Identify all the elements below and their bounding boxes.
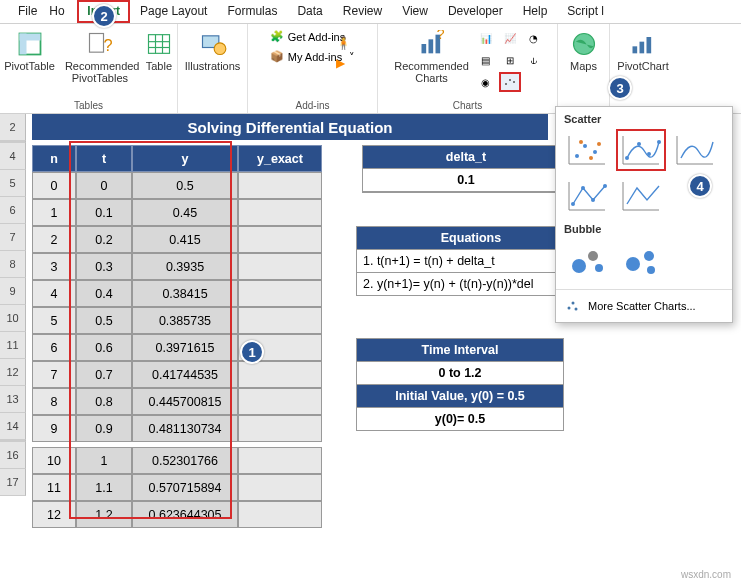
title-cell[interactable]: Solving Differential Equation [32,114,548,140]
row-header[interactable]: 14 [0,413,26,440]
cell-yexact[interactable] [238,226,322,253]
row-header[interactable]: 6 [0,197,26,224]
equation-1[interactable]: 1. t(n+1) = t(n) + delta_t [357,250,585,273]
cell-n[interactable]: 6 [32,334,76,361]
scatter-chart-button[interactable] [499,72,521,92]
scatter-chart-dropdown[interactable]: Scatter Bubble More Scatter Charts... [555,106,733,323]
header-n[interactable]: n [32,145,76,172]
cell-n[interactable]: 11 [32,474,76,501]
row-header[interactable]: 7 [0,224,26,251]
scatter-straight-lines-option[interactable] [616,175,666,217]
cell-yexact[interactable] [238,474,322,501]
line-chart-button[interactable]: 📈 [499,28,521,48]
cell-y[interactable]: 0.3971615 [132,334,238,361]
maps-button[interactable]: Maps [568,28,600,74]
delta-t-header[interactable]: delta_t [363,146,569,169]
cell-t[interactable]: 0.3 [76,253,132,280]
cell-t[interactable]: 0.2 [76,226,132,253]
cell-yexact[interactable] [238,199,322,226]
initial-value-header[interactable]: Initial Value, y(0) = 0.5 [357,385,563,408]
cell-t[interactable]: 0.4 [76,280,132,307]
scatter-smooth-lines-option[interactable] [670,129,720,171]
equation-2[interactable]: 2. y(n+1)= y(n) + (t(n)-y(n))*del [357,273,585,295]
cell-y[interactable]: 0.41744535 [132,361,238,388]
cell-t[interactable]: 0.5 [76,307,132,334]
cell-yexact[interactable] [238,253,322,280]
more-scatter-charts-button[interactable]: More Scatter Charts... [556,290,732,316]
cell-t[interactable]: 1 [76,447,132,474]
statistic-chart-button[interactable]: ⊞ [499,50,521,70]
tab-page-layout[interactable]: Page Layout [130,0,217,23]
cell-t[interactable]: 0.1 [76,199,132,226]
cell-t[interactable]: 0.9 [76,415,132,442]
scatter-smooth-lines-markers-option[interactable] [616,129,666,171]
initial-value[interactable]: y(0)= 0.5 [357,408,563,430]
cell-n[interactable]: 3 [32,253,76,280]
map-chart-button[interactable]: ◉ [475,72,497,92]
row-header[interactable]: 17 [0,469,26,496]
header-t[interactable]: t [76,145,132,172]
recommended-charts-button[interactable]: ? Recommended Charts [391,28,473,86]
tab-home[interactable]: Ho [47,0,77,23]
row-header[interactable]: 2 [0,114,26,141]
cell-n[interactable]: 10 [32,447,76,474]
cell-yexact[interactable] [238,501,322,528]
tab-formulas[interactable]: Formulas [217,0,287,23]
header-y[interactable]: y [132,145,238,172]
combo-chart-button[interactable]: ⫝ [523,50,545,70]
cell-y[interactable]: 0.3935 [132,253,238,280]
cell-n[interactable]: 9 [32,415,76,442]
time-interval-header[interactable]: Time Interval [357,339,563,362]
cell-t[interactable]: 0 [76,172,132,199]
hierarchy-chart-button[interactable]: ▤ [475,50,497,70]
cell-yexact[interactable] [238,361,322,388]
row-header[interactable]: 16 [0,442,26,469]
column-chart-button[interactable]: 📊 [475,28,497,48]
cell-n[interactable]: 4 [32,280,76,307]
cell-y[interactable]: 0.385735 [132,307,238,334]
cell-yexact[interactable] [238,388,322,415]
bubble-3d-option[interactable] [616,239,666,281]
cell-yexact[interactable] [238,447,322,474]
bubble-option[interactable] [562,239,612,281]
cell-n[interactable]: 5 [32,307,76,334]
table-button[interactable]: Table [143,28,175,74]
tab-help[interactable]: Help [513,0,558,23]
cell-y[interactable]: 0.570715894 [132,474,238,501]
row-header[interactable]: 12 [0,359,26,386]
cell-n[interactable]: 7 [32,361,76,388]
scatter-straight-lines-markers-option[interactable] [562,175,612,217]
row-header[interactable]: 13 [0,386,26,413]
cell-yexact[interactable] [238,307,322,334]
row-header[interactable]: 9 [0,278,26,305]
illustrations-button[interactable]: Illustrations [183,28,243,74]
scatter-option[interactable] [562,129,612,171]
cell-yexact[interactable] [238,280,322,307]
cell-t[interactable]: 0.8 [76,388,132,415]
cell-y[interactable]: 0.5 [132,172,238,199]
cell-t[interactable]: 0.6 [76,334,132,361]
row-header[interactable]: 4 [0,143,26,170]
cell-t[interactable]: 1.2 [76,501,132,528]
tab-file[interactable]: File [8,0,47,23]
cell-n[interactable]: 12 [32,501,76,528]
cell-yexact[interactable] [238,415,322,442]
cell-y[interactable]: 0.45 [132,199,238,226]
tab-view[interactable]: View [392,0,438,23]
tab-script[interactable]: Script l [557,0,614,23]
cell-n[interactable]: 0 [32,172,76,199]
pie-chart-button[interactable]: ◔ [523,28,545,48]
cell-y[interactable]: 0.445700815 [132,388,238,415]
cell-y[interactable]: 0.38415 [132,280,238,307]
cell-yexact[interactable] [238,172,322,199]
cell-y[interactable]: 0.415 [132,226,238,253]
delta-t-value[interactable]: 0.1 [363,169,569,192]
people-graph-icon[interactable]: 🧍 [336,36,351,50]
row-header[interactable]: 5 [0,170,26,197]
cell-y[interactable]: 0.481130734 [132,415,238,442]
cell-n[interactable]: 2 [32,226,76,253]
bing-maps-icon[interactable]: ▶ [336,56,351,70]
row-header[interactable]: 11 [0,332,26,359]
row-header[interactable]: 10 [0,305,26,332]
cell-y[interactable]: 0.52301766 [132,447,238,474]
